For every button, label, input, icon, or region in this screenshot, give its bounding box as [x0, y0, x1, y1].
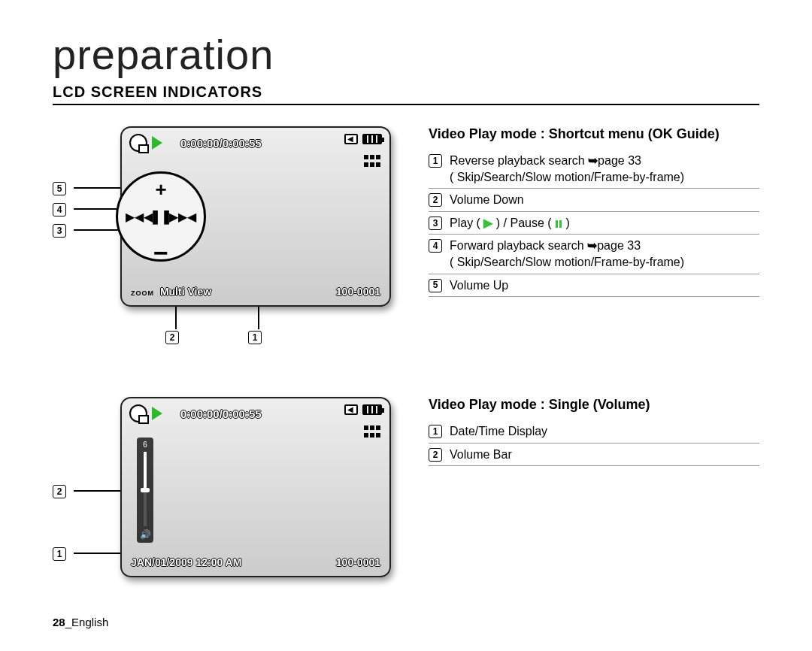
block-single-volume: 2 1 0:00:00/0:00:55 6 [53, 397, 759, 607]
lcd-screen-volume: 0:00:00/0:00:55 6 🔊 JAN/01/2009 12:00 AM… [120, 397, 391, 577]
volume-bar: 6 🔊 [137, 438, 153, 543]
legend-item: 2 Volume Down [429, 189, 759, 212]
datetime-display: JAN/01/2009 12:00 AM [131, 556, 241, 568]
movie-mode-icon [129, 134, 147, 152]
speaker-icon: 🔊 [140, 529, 151, 540]
reverse-search-icon: ▶◀◀ [126, 210, 153, 224]
section-title: LCD SCREEN INDICATORS [53, 83, 759, 105]
volume-down-icon: − [153, 247, 168, 258]
callout-2: 2 [165, 307, 186, 344]
callout-1: 1 [248, 307, 269, 344]
card-icon [344, 134, 358, 144]
block-shortcut-menu: 5 4 3 2 1 [53, 126, 759, 352]
sub-title-shortcut: Video Play mode : Shortcut menu (OK Guid… [429, 126, 759, 142]
play-status-icon [152, 407, 162, 420]
legend-shortcut: 1 Reverse playback search ➥page 33( Skip… [429, 150, 759, 297]
battery-icon [362, 404, 382, 415]
movie-mode-icon [129, 404, 147, 422]
legend-item: 5 Volume Up [429, 274, 759, 298]
chapter-title: preparation [53, 30, 759, 79]
sub-title-volume: Video Play mode : Single (Volume) [429, 397, 759, 413]
multi-view-label: ZOOM Multi View [131, 286, 211, 298]
lcd-screen-shortcut: 0:00:00/0:00:55 + − ▶◀◀ ▶▶◀ ❚❚ ZOOM [120, 126, 391, 307]
forward-search-icon: ▶▶◀ [169, 210, 196, 224]
page-footer: 28_English [53, 616, 108, 628]
ok-dial: + − ▶◀◀ ▶▶◀ ❚❚ [116, 171, 206, 262]
play-status-icon [152, 136, 162, 150]
volume-level: 6 [143, 441, 147, 449]
legend-item: 3 Play ( ▶ ) / Pause ( ) [429, 212, 759, 235]
callout-4: 4 [53, 201, 122, 216]
battery-icon [362, 134, 382, 144]
thumbnail-grid-icon [364, 425, 380, 438]
volume-up-icon: + [155, 178, 166, 201]
legend-item: 2 Volume Bar [429, 444, 759, 467]
legend-item: 1 Date/Time Display [429, 420, 759, 444]
file-number: 100-0001 [336, 556, 380, 568]
legend-volume: 1 Date/Time Display 2 Volume Bar [429, 420, 759, 466]
file-number: 100-0001 [336, 286, 380, 298]
card-icon [344, 404, 358, 415]
legend-item: 1 Reverse playback search ➥page 33( Skip… [429, 150, 759, 189]
legend-item: 4 Forward playback search ➥page 33( Skip… [429, 235, 759, 274]
timecode: 0:00:00/0:00:55 [180, 137, 262, 150]
thumbnail-grid-icon [364, 155, 380, 167]
pause-icon [555, 220, 562, 228]
timecode: 0:00:00/0:00:55 [180, 407, 262, 420]
